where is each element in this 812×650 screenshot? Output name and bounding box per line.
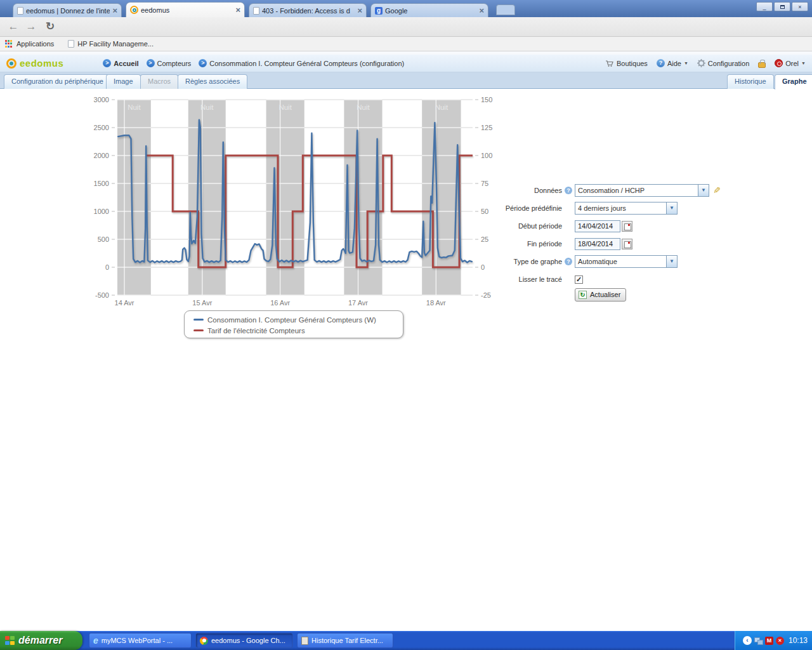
svg-text:Nuit: Nuit [278, 103, 292, 111]
forward-icon[interactable]: → [23, 18, 39, 35]
back-icon[interactable]: ← [5, 18, 22, 35]
tab-title: eedomus [141, 6, 233, 14]
apps-grid-icon [5, 40, 13, 48]
menu-aide[interactable]: ? Aide▼ [657, 59, 688, 67]
tab-macros: Macros [140, 74, 178, 89]
browser-toolbar: ← → ↻ https://secure.eedomus.com ☆ [0, 17, 812, 37]
eedomus-logo[interactable]: eedomus [6, 58, 63, 69]
arrow-circle-icon: > [147, 59, 155, 67]
close-icon[interactable]: × [112, 7, 117, 15]
chevron-down-icon: ▼ [801, 61, 806, 65]
actualiser-button[interactable]: ↻ Actualiser [575, 288, 626, 302]
menu-lock[interactable] [758, 59, 766, 68]
mcafee-icon[interactable]: M [765, 637, 773, 645]
bookmark-applications[interactable]: Applications [16, 40, 54, 48]
svg-text:16 Avr: 16 Avr [270, 299, 290, 307]
browser-tab-1[interactable]: eedomus | Donnez de l'intelli × [13, 3, 122, 17]
chart-legend: Consommation I. Compteur Général Compteu… [184, 310, 403, 338]
tab-regles-associees[interactable]: Règles associées [178, 74, 247, 89]
bookmark-hp-facility[interactable]: HP Facility Manageme... [77, 40, 154, 48]
breadcrumb-compteurs[interactable]: > Compteurs [147, 59, 192, 67]
arrow-circle-icon: > [103, 59, 111, 67]
power-icon [775, 59, 783, 67]
reload-icon[interactable]: ↻ [42, 18, 58, 35]
gear-icon [697, 59, 705, 67]
svg-text:18 Avr: 18 Avr [426, 299, 446, 307]
tab-image[interactable]: Image [106, 74, 141, 89]
tab-graphe[interactable]: Graphe [775, 74, 812, 90]
calendar-icon[interactable] [622, 239, 632, 249]
tray-collapse-icon[interactable]: ‹ [743, 636, 752, 645]
page-icon [68, 40, 74, 48]
legend-swatch-blue [193, 319, 204, 321]
start-button[interactable]: démarrer [0, 631, 82, 650]
tab-configuration-peripherique[interactable]: Configuration du périphérique [4, 74, 111, 89]
calendar-icon[interactable] [622, 221, 632, 232]
svg-text:75: 75 [481, 180, 488, 187]
periode-select[interactable]: 4 derniers jours ▼ [575, 202, 678, 215]
chevron-down-icon: ▼ [666, 202, 677, 214]
new-tab-button[interactable] [496, 4, 515, 15]
lisser-checkbox[interactable]: ✓ [575, 275, 583, 284]
fin-date-input[interactable] [575, 238, 620, 250]
close-icon[interactable]: × [479, 7, 484, 15]
donnees-select[interactable]: Consomation / HCHP ▼ [575, 184, 709, 197]
google-icon: g [375, 7, 383, 15]
svg-text:Nuit: Nuit [357, 103, 370, 111]
help-icon[interactable]: ? [565, 187, 572, 194]
breadcrumb-device[interactable]: > Consommation I. Compteur Général Compt… [199, 59, 404, 67]
minimize-button[interactable]: _ [756, 2, 773, 11]
debut-label: Début période [494, 222, 562, 230]
task-eedomus-chrome[interactable]: eedomus - Google Ch... [195, 633, 293, 648]
device-tabs-bar: Configuration du périphérique Image Macr… [0, 72, 812, 89]
close-window-button[interactable]: × [792, 2, 808, 11]
close-icon[interactable]: × [235, 6, 240, 14]
security-shield-icon[interactable]: × [776, 637, 784, 645]
chart-svg: NuitNuitNuitNuitNuit30002500200015001000… [89, 94, 495, 313]
legend-item-tarif[interactable]: Tarif de l'électricité Compteurs [193, 325, 403, 336]
svg-text:100: 100 [481, 152, 492, 159]
restore-button[interactable] [774, 2, 790, 11]
logo-text: eedomus [20, 58, 63, 69]
breadcrumb: > Accueil > Compteurs > Consommation I. … [95, 59, 404, 67]
svg-text:25: 25 [481, 235, 488, 243]
document-icon [301, 637, 308, 645]
help-icon[interactable]: ? [565, 258, 572, 265]
lisser-label: Lisser le tracé [494, 275, 562, 283]
svg-text:3000: 3000 [94, 96, 109, 103]
taskbar-clock: 10:13 [789, 636, 808, 645]
svg-text:0: 0 [481, 263, 485, 271]
browser-tab-4[interactable]: g Google × [370, 3, 488, 17]
tab-historique[interactable]: Historique [727, 74, 774, 89]
svg-text:Nuit: Nuit [128, 103, 141, 111]
type-graphe-select[interactable]: Automatique ▼ [575, 255, 678, 268]
chevron-down-icon: ▼ [698, 185, 709, 196]
periode-label: Période prédéfinie [494, 204, 562, 212]
breadcrumb-accueil[interactable]: > Accueil [103, 59, 138, 67]
browser-tab-2-active[interactable]: eedomus × [126, 2, 245, 17]
svg-text:15 Avr: 15 Avr [192, 299, 212, 307]
app-header: eedomus > Accueil > Compteurs > Consomma… [0, 55, 812, 72]
legend-item-consommation[interactable]: Consommation I. Compteur Général Compteu… [193, 314, 403, 325]
svg-text:500: 500 [98, 235, 109, 243]
browser-titlebar: eedomus | Donnez de l'intelli × eedomus … [0, 0, 812, 17]
taskbar: démarrer e myMCS WebPortal - ... eedomus… [0, 631, 812, 650]
task-historique-tarif[interactable]: Historique Tarif Electr... [297, 633, 393, 648]
menu-boutiques[interactable]: Boutiques [605, 60, 648, 67]
browser-tab-3[interactable]: 403 - Forbidden: Access is d × [249, 3, 367, 17]
logo-icon [6, 58, 16, 69]
svg-text:1500: 1500 [94, 180, 109, 187]
menu-user[interactable]: Orel▼ [775, 59, 806, 67]
chrome-icon [200, 637, 208, 645]
system-tray: ‹ M × 10:13 [735, 631, 812, 650]
chevron-down-icon: ▼ [684, 61, 688, 65]
network-icon[interactable] [754, 637, 763, 644]
menu-configuration[interactable]: Configuration [697, 59, 749, 67]
edit-pencil-icon[interactable]: ✎ [713, 185, 721, 196]
debut-date-input[interactable] [575, 220, 620, 232]
svg-text:0: 0 [105, 263, 109, 271]
bookmarks-bar: Applications HP Facility Manageme... [0, 37, 812, 51]
svg-text:2000: 2000 [94, 152, 109, 159]
task-mymcs[interactable]: e myMCS WebPortal - ... [89, 633, 192, 648]
close-icon[interactable]: × [357, 7, 362, 15]
